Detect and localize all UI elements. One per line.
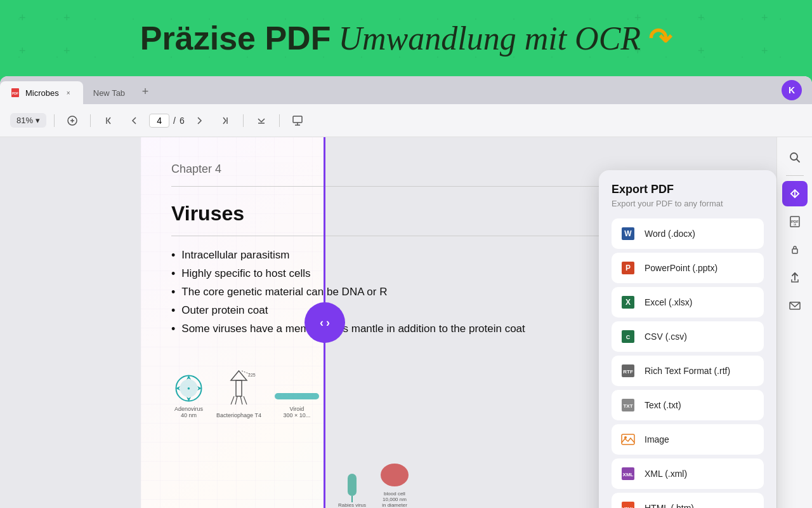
banner-italic-text: Umwandlung mit OCR bbox=[338, 20, 641, 57]
svg-rect-8 bbox=[293, 116, 302, 123]
plus-decorations: + + + + + + + + + + bbox=[0, 0, 812, 76]
pdfa-sidebar-button[interactable]: PDF /A bbox=[782, 209, 808, 234]
zoom-in-button[interactable] bbox=[62, 110, 82, 131]
mail-sidebar-button[interactable] bbox=[782, 293, 808, 318]
tab-microbes[interactable]: PDF Microbes × bbox=[0, 81, 83, 104]
svg-text:C: C bbox=[626, 334, 631, 340]
export-rtf-label: Rich Text Format (.rtf) bbox=[645, 366, 730, 376]
viroid-item: Viroid300 × 10... bbox=[272, 387, 322, 418]
page-separator: / bbox=[173, 116, 176, 126]
add-tab-button[interactable]: + bbox=[135, 81, 155, 102]
prev-page-button[interactable] bbox=[98, 110, 119, 131]
present-button[interactable] bbox=[287, 110, 308, 131]
export-csv-option[interactable]: C CSV (.csv) bbox=[612, 321, 764, 352]
image-svg-icon bbox=[620, 432, 636, 447]
html-svg-icon: HTML bbox=[620, 500, 636, 508]
bullet-item-2: Highly specific to host cells bbox=[171, 267, 605, 281]
export-subtitle: Export your PDF to any format bbox=[612, 199, 764, 208]
export-excel-label: Excel (.xlsx) bbox=[645, 297, 692, 307]
toolbar-divider-3 bbox=[243, 114, 244, 127]
viruses-title: Viruses bbox=[171, 202, 605, 225]
svg-text:/A: /A bbox=[794, 223, 796, 226]
bacteriophage-item: 225 nm Bacteriophage T4 bbox=[216, 368, 261, 418]
next-button[interactable] bbox=[190, 110, 210, 131]
protect-sidebar-button[interactable] bbox=[782, 237, 808, 262]
plus-icon: + bbox=[634, 44, 641, 58]
viroid-label: Viroid300 × 10... bbox=[283, 406, 310, 418]
next-page-icon bbox=[219, 115, 231, 126]
page-navigation: / 6 bbox=[149, 114, 185, 128]
export-word-option[interactable]: W Word (.docx) bbox=[612, 218, 764, 249]
export-txt-label: Text (.txt) bbox=[645, 400, 681, 410]
chapter-divider bbox=[171, 186, 605, 187]
banner-arrow: ↷ bbox=[648, 22, 672, 55]
rtf-svg-icon: RTF bbox=[620, 363, 636, 378]
nav-arrows-button[interactable]: ‹ › bbox=[304, 302, 345, 343]
zoom-in-icon bbox=[67, 115, 78, 126]
export-panel: Export PDF Export your PDF to any format… bbox=[599, 170, 776, 508]
txt-icon: TXT bbox=[619, 396, 637, 414]
mail-sidebar-icon bbox=[789, 299, 801, 312]
export-txt-option[interactable]: TXT Text (.txt) bbox=[612, 390, 764, 420]
rabies-item: Rabies virus bbox=[338, 471, 366, 508]
svg-rect-27 bbox=[348, 474, 357, 496]
bullet-item-4: Outer protein coat bbox=[171, 304, 605, 318]
page-total: 6 bbox=[180, 116, 185, 126]
export-ppt-option[interactable]: P PowerPoint (.pptx) bbox=[612, 253, 764, 283]
search-sidebar-button[interactable] bbox=[782, 145, 808, 170]
svg-text:●: ● bbox=[187, 385, 190, 391]
export-rtf-option[interactable]: RTF Rich Text Format (.rtf) bbox=[612, 356, 764, 386]
csv-icon: C bbox=[619, 328, 637, 345]
zoom-dropdown[interactable]: 81% ▾ bbox=[10, 113, 46, 128]
content-area: Chapter 4 Viruses Intracellular parasiti… bbox=[0, 137, 812, 508]
export-html-option[interactable]: HTML HTML (.htm) bbox=[612, 493, 764, 508]
rabies-icon bbox=[343, 471, 362, 502]
present-icon bbox=[292, 115, 303, 126]
csv-svg-icon: C bbox=[620, 329, 636, 344]
pdf-icon: PDF bbox=[10, 88, 20, 98]
export-image-option[interactable]: Image bbox=[612, 424, 764, 455]
export-ppt-label: PowerPoint (.pptx) bbox=[645, 263, 717, 273]
bullet-item-5: Some viruses have a membranous mantle in… bbox=[171, 323, 605, 336]
next-page-button[interactable] bbox=[215, 110, 235, 131]
protect-sidebar-icon bbox=[789, 243, 801, 256]
svg-line-23 bbox=[244, 396, 247, 404]
new-tab-label: New Tab bbox=[93, 88, 125, 98]
chapter-label: Chapter 4 bbox=[171, 163, 605, 176]
excel-icon: X bbox=[619, 293, 637, 311]
right-sidebar: PDF /A bbox=[776, 137, 812, 508]
ppt-icon: P bbox=[619, 259, 637, 277]
bullet-item-3: The core genetic material can be DNA or … bbox=[171, 286, 605, 299]
scroll-down-icon bbox=[256, 115, 267, 126]
search-sidebar-icon bbox=[789, 151, 801, 164]
prev-icon bbox=[128, 115, 140, 126]
tab-close-button[interactable]: × bbox=[64, 88, 73, 97]
right-arrow-icon: › bbox=[326, 316, 330, 330]
svg-text:RTF: RTF bbox=[623, 369, 633, 375]
share-sidebar-button[interactable] bbox=[782, 265, 808, 290]
blood-cell-item: blood cell10,000 nmin diameter bbox=[379, 459, 410, 508]
ppt-svg-icon: P bbox=[620, 260, 636, 276]
zoom-value: 81% bbox=[16, 116, 33, 125]
user-avatar[interactable]: K bbox=[782, 80, 802, 100]
adenovirus-label: Adenovirus40 nm bbox=[174, 406, 203, 418]
plus-icon: + bbox=[634, 11, 641, 25]
convert-sidebar-button[interactable] bbox=[782, 181, 808, 206]
rabies-label: Rabies virus bbox=[338, 502, 366, 508]
viruses-divider bbox=[171, 236, 605, 236]
image-icon bbox=[619, 431, 637, 448]
prev-button[interactable] bbox=[124, 110, 144, 131]
tab-new[interactable]: New Tab bbox=[83, 81, 135, 104]
export-xml-option[interactable]: XML XML (.xml) bbox=[612, 458, 764, 489]
svg-rect-50 bbox=[622, 434, 634, 444]
scroll-down-button[interactable] bbox=[251, 110, 272, 131]
export-excel-option[interactable]: X Excel (.xlsx) bbox=[612, 287, 764, 318]
svg-marker-18 bbox=[231, 371, 247, 380]
zoom-chevron-icon: ▾ bbox=[36, 116, 40, 125]
svg-point-30 bbox=[790, 153, 797, 160]
svg-rect-19 bbox=[236, 380, 242, 396]
svg-text:W: W bbox=[624, 229, 632, 238]
share-sidebar-icon bbox=[789, 271, 801, 284]
plus-icon: + bbox=[761, 11, 768, 25]
page-number-input[interactable] bbox=[149, 114, 169, 128]
